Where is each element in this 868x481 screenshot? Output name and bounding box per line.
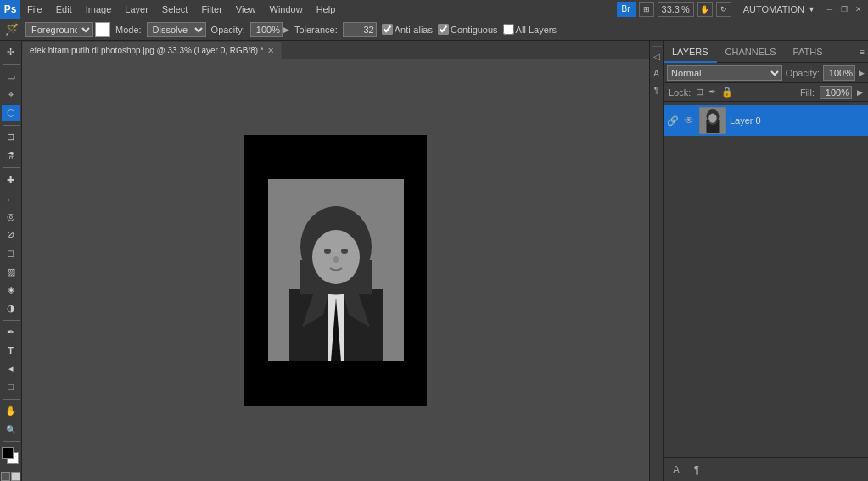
type-tool[interactable]: T bbox=[2, 342, 20, 359]
close-button[interactable]: ✕ bbox=[853, 3, 865, 15]
panel-menu-btn[interactable]: ≡ bbox=[860, 47, 865, 57]
right-panel: LAYERS CHANNELS PATHS ≡ Normal Opacity: … bbox=[663, 41, 868, 481]
shape-tool[interactable]: □ bbox=[2, 379, 20, 396]
quick-mask-mode[interactable] bbox=[11, 472, 20, 481]
minimize-button[interactable]: ─ bbox=[824, 3, 836, 15]
menu-help[interactable]: Help bbox=[310, 0, 343, 19]
menu-layer[interactable]: Layer bbox=[118, 0, 155, 19]
lock-all-icon[interactable]: 🔒 bbox=[721, 87, 733, 98]
all-layers-checkbox[interactable] bbox=[503, 24, 514, 35]
menu-image[interactable]: Image bbox=[79, 0, 119, 19]
tool-separator-4 bbox=[3, 320, 20, 321]
menu-window[interactable]: Window bbox=[263, 0, 310, 19]
eyedropper-tool[interactable]: ⚗ bbox=[2, 148, 20, 165]
layer-thumb-svg bbox=[700, 107, 725, 134]
automation-badge: AUTOMATION ▼ bbox=[738, 0, 820, 19]
anti-alias-label[interactable]: Anti-alias bbox=[382, 24, 433, 35]
contiguous-checkbox[interactable] bbox=[438, 24, 449, 35]
opacity-arrow[interactable]: ▶ bbox=[283, 25, 289, 34]
opacity-stepper[interactable]: ▶ bbox=[859, 69, 865, 77]
layer-visibility-0[interactable]: 👁 bbox=[682, 115, 696, 126]
tab-bar: efek hitam putih di photoshop.jpg @ 33.3… bbox=[22, 41, 649, 59]
eraser-tool[interactable]: ◻ bbox=[2, 245, 20, 262]
opacity-input[interactable] bbox=[823, 65, 855, 81]
lock-position-icon[interactable]: ✒ bbox=[708, 87, 716, 98]
blend-mode-select[interactable]: Normal bbox=[667, 65, 782, 81]
layers-list: 🔗 👁 Layer 0 bbox=[664, 102, 868, 457]
fill-input[interactable] bbox=[820, 86, 852, 99]
canvas-tab[interactable]: efek hitam putih di photoshop.jpg @ 33.3… bbox=[22, 42, 282, 59]
zoom-tool[interactable]: 🔍 bbox=[2, 422, 20, 439]
lock-label: Lock: bbox=[669, 87, 691, 98]
all-layers-label[interactable]: All Layers bbox=[503, 24, 557, 35]
text-tool-bottom[interactable]: A bbox=[667, 461, 686, 479]
rect-marquee-tool[interactable]: ▭ bbox=[2, 68, 20, 85]
history-brush-tool[interactable]: ⊘ bbox=[2, 227, 20, 243]
crop-tool[interactable]: ⊡ bbox=[2, 129, 20, 146]
contiguous-label[interactable]: Contiguous bbox=[438, 24, 498, 35]
panel-bottom-icons: A ¶ bbox=[664, 457, 868, 481]
tab-channels[interactable]: CHANNELS bbox=[717, 41, 785, 63]
tab-layers[interactable]: LAYERS bbox=[664, 41, 717, 63]
fill-stepper[interactable]: ▶ bbox=[857, 88, 863, 97]
path-select-tool[interactable]: ◂ bbox=[2, 361, 20, 378]
strip-icon-2[interactable]: A bbox=[651, 69, 663, 81]
zoom-widget[interactable]: 33.3 % bbox=[658, 2, 694, 17]
healing-tool[interactable]: ✚ bbox=[2, 171, 20, 188]
foreground-select[interactable]: Foreground bbox=[25, 22, 93, 37]
brush-tool[interactable]: ⌐ bbox=[2, 190, 20, 207]
opacity-label: Opacity: bbox=[786, 68, 820, 78]
canvas-background bbox=[244, 135, 427, 406]
opacity-label: Opacity: bbox=[211, 25, 245, 35]
canvas-content[interactable] bbox=[22, 59, 649, 481]
menu-file[interactable]: File bbox=[20, 0, 49, 19]
options-bar: 🪄 Foreground Mode: Dissolve Opacity: ▶ T… bbox=[0, 19, 868, 41]
move-tool[interactable]: ✢ bbox=[2, 44, 20, 61]
layer-item-0[interactable]: 🔗 👁 Layer 0 bbox=[664, 105, 868, 136]
mode-select[interactable]: Dissolve bbox=[147, 22, 206, 37]
svg-point-18 bbox=[708, 114, 716, 123]
tolerance-label: Tolerance: bbox=[294, 25, 338, 35]
standard-mode[interactable] bbox=[1, 472, 10, 481]
pan-tool-btn[interactable]: ✋ bbox=[697, 2, 713, 17]
menu-view[interactable]: View bbox=[229, 0, 263, 19]
dodge-tool[interactable]: ◑ bbox=[2, 299, 20, 316]
gradient-tool[interactable]: ▨ bbox=[2, 263, 20, 280]
color-swatches[interactable] bbox=[2, 447, 20, 468]
tool-separator-6 bbox=[3, 441, 20, 442]
quick-select-tool[interactable]: ⬡ bbox=[2, 105, 20, 122]
tab-paths[interactable]: PATHS bbox=[785, 41, 832, 63]
bridge-button[interactable]: Br bbox=[617, 2, 636, 17]
opacity-input[interactable] bbox=[250, 22, 283, 37]
blur-tool[interactable]: ◈ bbox=[2, 282, 20, 299]
clone-tool[interactable]: ◎ bbox=[2, 208, 20, 225]
tool-separator-5 bbox=[3, 399, 20, 400]
strip-icon-3[interactable]: ¶ bbox=[651, 86, 663, 98]
strip-icon-1[interactable]: ◁ bbox=[651, 52, 663, 64]
layer-link-icon: 🔗 bbox=[667, 115, 679, 126]
automation-dropdown-arrow[interactable]: ▼ bbox=[808, 0, 815, 19]
tool-separator-1 bbox=[3, 64, 20, 65]
lasso-tool[interactable]: ⌖ bbox=[2, 87, 20, 103]
pen-tool[interactable]: ✒ bbox=[2, 324, 20, 341]
tool-separator-3 bbox=[3, 167, 20, 168]
foreground-selector[interactable]: Foreground bbox=[25, 22, 110, 37]
menu-filter[interactable]: Filter bbox=[194, 0, 228, 19]
color-preview[interactable] bbox=[95, 22, 110, 37]
tool-separator-2 bbox=[3, 125, 20, 126]
foreground-swatch[interactable] bbox=[2, 447, 14, 459]
hand-tool[interactable]: ✋ bbox=[2, 403, 20, 420]
menu-edit[interactable]: Edit bbox=[49, 0, 79, 19]
tab-close-btn[interactable]: ✕ bbox=[267, 46, 274, 55]
lock-bar: Lock: ⊡ ✒ 🔒 Fill: ▶ bbox=[664, 83, 868, 102]
anti-alias-checkbox[interactable] bbox=[382, 24, 393, 35]
left-toolbar: ✢ ▭ ⌖ ⬡ ⊡ ⚗ ✚ ⌐ ◎ ⊘ ◻ ▨ ◈ ◑ ✒ T ◂ □ ✋ 🔍 bbox=[0, 41, 22, 481]
tolerance-input[interactable] bbox=[343, 22, 377, 37]
paragraph-tool-bottom[interactable]: ¶ bbox=[687, 461, 706, 479]
tool-options-icon[interactable]: 🪄 bbox=[3, 21, 20, 38]
restore-button[interactable]: ❐ bbox=[838, 3, 850, 15]
lock-pixels-icon[interactable]: ⊡ bbox=[696, 87, 703, 98]
menu-select[interactable]: Select bbox=[155, 0, 195, 19]
rotate-tool-btn[interactable]: ↻ bbox=[716, 2, 731, 17]
screen-mode-button[interactable]: ⊞ bbox=[639, 2, 654, 17]
